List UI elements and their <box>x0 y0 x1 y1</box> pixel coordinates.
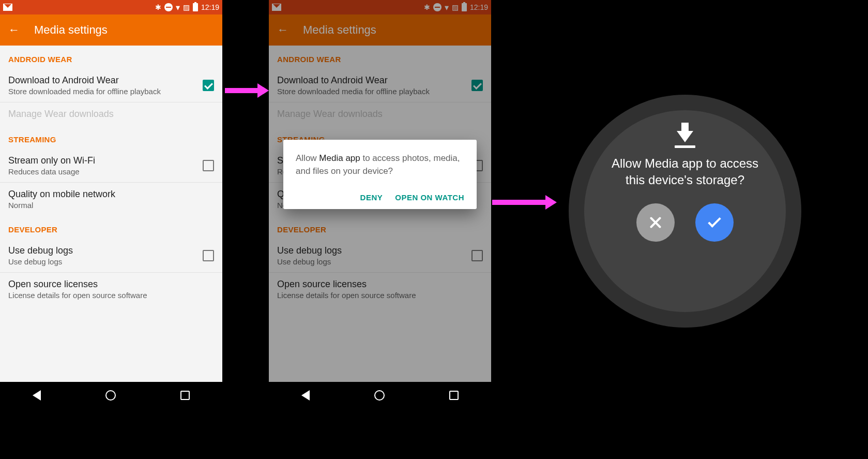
status-bar: ✱ ▾ ▨ 12:19 <box>0 0 222 14</box>
checkbox-debug-logs[interactable] <box>203 250 214 261</box>
dialog-app-name: Media app <box>319 153 360 163</box>
phone-settings-screen: ✱ ▾ ▨ 12:19 ← Media settings ANDROID WEA… <box>0 0 222 409</box>
back-button[interactable]: ← <box>8 23 20 37</box>
watch-app-name: Media app <box>645 156 703 170</box>
pref-stream-wifi-only[interactable]: Stream only on Wi-Fi Reduces data usage <box>0 149 222 183</box>
pref-download-to-wear[interactable]: Download to Android Wear Store downloade… <box>0 69 222 102</box>
permission-dialog: Allow Media app to access photos, media,… <box>283 140 477 209</box>
section-android-wear: ANDROID WEAR <box>0 46 222 69</box>
checkbox-download-to-wear[interactable] <box>203 80 214 91</box>
pref-title: Stream only on Wi-Fi <box>8 155 95 166</box>
nav-home[interactable] <box>374 390 385 401</box>
watch-text-prefix: Allow <box>612 156 645 170</box>
pref-title: Manage Wear downloads <box>8 109 114 120</box>
dialog-message: Allow Media app to access photos, media,… <box>296 152 464 177</box>
nav-back[interactable] <box>33 390 41 401</box>
deny-button[interactable]: DENY <box>360 193 383 202</box>
nav-recents[interactable] <box>180 391 190 400</box>
wear-watch-face: Allow Media app to access this device's … <box>569 95 801 328</box>
pref-title: Quality on mobile network <box>8 189 115 200</box>
flow-arrow-icon <box>225 87 269 94</box>
system-nav-bar <box>269 382 491 409</box>
download-icon <box>675 131 695 148</box>
pref-title: Open source licenses <box>8 279 147 290</box>
flow-arrow-icon <box>492 199 557 206</box>
battery-icon <box>193 3 198 11</box>
status-time: 12:19 <box>201 3 219 11</box>
pref-manage-wear-downloads[interactable]: Manage Wear downloads <box>0 102 222 126</box>
checkbox-stream-wifi[interactable] <box>203 160 214 171</box>
dialog-text-prefix: Allow <box>296 153 319 163</box>
settings-list: ANDROID WEAR Download to Android Wear St… <box>0 46 222 306</box>
nav-back[interactable] <box>301 390 310 401</box>
watch-deny-button[interactable] <box>636 203 675 242</box>
watch-permission-text: Allow Media app to access this device's … <box>605 155 765 189</box>
section-streaming: STREAMING <box>0 126 222 149</box>
pref-subtitle: Use debug logs <box>8 257 73 266</box>
pref-subtitle: License details for open source software <box>8 291 147 300</box>
nav-home[interactable] <box>105 390 116 401</box>
wifi-icon: ▾ <box>176 3 180 12</box>
do-not-disturb-icon <box>164 3 173 11</box>
pref-debug-logs[interactable]: Use debug logs Use debug logs <box>0 239 222 273</box>
gmail-icon <box>3 4 12 11</box>
page-title: Media settings <box>34 23 108 37</box>
bluetooth-icon: ✱ <box>155 3 161 11</box>
watch-allow-button[interactable] <box>695 203 734 242</box>
no-sim-icon: ▨ <box>183 3 190 11</box>
pref-subtitle: Store downloaded media for offline playb… <box>8 87 161 96</box>
system-nav-bar <box>0 382 222 409</box>
nav-recents[interactable] <box>449 391 459 400</box>
pref-subtitle: Normal <box>8 201 115 210</box>
pref-subtitle: Reduces data usage <box>8 167 95 176</box>
pref-title: Download to Android Wear <box>8 75 161 86</box>
pref-open-source-licenses[interactable]: Open source licenses License details for… <box>0 273 222 306</box>
check-icon <box>708 214 721 227</box>
app-bar: ← Media settings <box>0 14 222 46</box>
pref-title: Use debug logs <box>8 245 73 256</box>
phone-dialog-screen: ✱ ▾ ▨ 12:19 ← Media settings ANDROID WEA… <box>269 0 491 409</box>
section-developer: DEVELOPER <box>0 216 222 239</box>
pref-quality-mobile[interactable]: Quality on mobile network Normal <box>0 183 222 216</box>
open-on-watch-button[interactable]: OPEN ON WATCH <box>395 193 464 202</box>
